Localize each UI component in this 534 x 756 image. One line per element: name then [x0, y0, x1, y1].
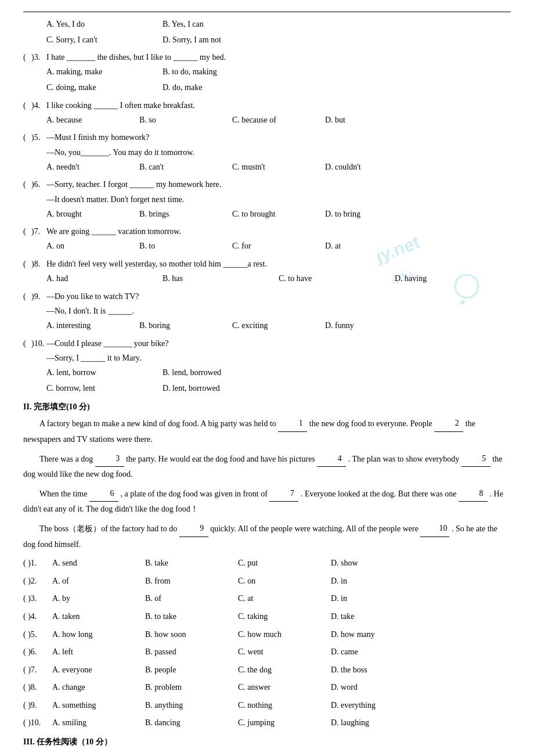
cloze-num: ( )3.	[23, 591, 52, 607]
section3-title: III. 任务性阅读（10 分）	[23, 737, 511, 747]
q4-block: ( )4. I like cooking ______ I often make…	[23, 98, 511, 128]
cloze-q-block: ( )10.A. smilingB. dancingC. jumpingD. l…	[23, 715, 511, 731]
q8-num: )8.	[31, 257, 46, 271]
cloze-option: B. from	[145, 574, 238, 589]
q3-option-a: A. making, make	[46, 64, 163, 80]
q6-text: —Sorry, teacher. I forgot ______ my home…	[46, 177, 221, 192]
q6-num: )6.	[31, 177, 46, 192]
passage4: The boss（老板）of the factory had to do 9 q…	[23, 521, 511, 552]
q7-block: ( )7. We are going ______ vacation tomor…	[23, 224, 511, 254]
passage1-text1: A factory began to make a new kind of do…	[39, 419, 276, 428]
option-b1: B. Yes, I can	[163, 17, 279, 33]
q10-option-b: B. lend, borrowed	[163, 365, 279, 381]
q9-text: —Do you like to watch TV?	[46, 289, 139, 304]
q8-option-a: A. had	[46, 271, 163, 287]
blank10: 10	[420, 521, 449, 537]
passage1: A factory began to make a new kind of do…	[23, 416, 511, 447]
blank4: 4	[317, 451, 346, 467]
q7-num: )7.	[31, 224, 46, 239]
cloze-q-block: ( )5.A. how longB. how soonC. how muchD.…	[23, 627, 511, 643]
q9-option-c: C. exciting	[232, 318, 325, 334]
cloze-num: ( )9.	[23, 698, 52, 714]
cloze-option: C. taking	[238, 609, 331, 625]
q8-option-d: D. having	[395, 271, 511, 287]
cloze-option: A. something	[52, 698, 145, 714]
q4-option-a: A. because	[46, 113, 139, 128]
cloze-q-block: ( )9.A. somethingB. anythingC. nothingD.…	[23, 698, 511, 714]
passage3-text1c: . Everyone looked at the dog. But there …	[301, 489, 457, 498]
passage3-text1b: , a plate of the dog food was given in f…	[120, 489, 268, 498]
q5-sub: —No, you_______. You may do it tomorrow.	[46, 145, 511, 160]
q5-option-d: D. couldn't	[325, 160, 418, 175]
cloze-q-block: ( )7.A. everyoneB. peopleC. the dogD. th…	[23, 663, 511, 678]
cloze-option: D. word	[331, 680, 424, 696]
q3-option-b: B. to do, making	[163, 64, 279, 80]
cloze-num: ( )1.	[23, 556, 52, 571]
q6-option-a: A. brought	[46, 207, 139, 222]
q10-text: —Could I please _______ your bike?	[46, 336, 168, 351]
cloze-option: B. of	[145, 591, 238, 607]
cloze-options: ( )1.A. sendB. takeC. putD. show( )2.A. …	[23, 556, 511, 731]
passage2-text1: There was a dog	[39, 455, 93, 463]
cloze-num: ( )6.	[23, 645, 52, 660]
cloze-option: C. on	[238, 574, 331, 589]
q6-option-b: B. brings	[139, 207, 232, 222]
section2-title: II. 完形填空(10 分)	[23, 402, 511, 412]
q7-paren: (	[23, 224, 31, 239]
q3-num: )3.	[31, 50, 46, 64]
cloze-option: A. of	[52, 574, 145, 589]
top-divider	[23, 12, 511, 12]
q3-option-c: C. doing, make	[46, 80, 163, 96]
passage4-text1: The boss（老板）of the factory had to do	[39, 524, 177, 533]
q10-num: )10.	[31, 336, 46, 351]
q3-option-d: D. do, make	[163, 80, 279, 96]
cloze-num: ( )10.	[23, 715, 52, 731]
blank8: 8	[459, 486, 488, 502]
q10-option-c: C. borrow, lent	[46, 381, 163, 397]
q10-block: ( )10. —Could I please _______ your bike…	[23, 336, 511, 397]
q9-option-d: D. funny	[325, 318, 418, 334]
cloze-option: A. by	[52, 591, 145, 607]
q4-option-c: C. because of	[232, 113, 325, 128]
passage4-text1b: quickly. All of the people were watching…	[210, 524, 418, 533]
cloze-option: A. smiling	[52, 715, 145, 731]
q8-text: He didn't feel very well yesterday, so m…	[46, 257, 267, 271]
q6-option-c: C. to brought	[232, 207, 325, 222]
q5-text: —Must I finish my homework?	[46, 130, 149, 145]
q3-paren: (	[23, 50, 31, 64]
q7-text: We are going ______ vacation tomorrow.	[46, 224, 181, 239]
passage2: There was a dog 3 the party. He would ea…	[23, 451, 511, 483]
q5-option-b: B. can't	[139, 160, 232, 175]
cloze-option: C. nothing	[238, 698, 331, 714]
cloze-option: C. put	[238, 556, 331, 571]
cloze-option: C. answer	[238, 680, 331, 696]
q9-num: )9.	[31, 289, 46, 304]
cloze-option: C. at	[238, 591, 331, 607]
cloze-option: D. show	[331, 556, 424, 571]
cloze-q-block: ( )2.A. ofB. fromC. onD. in	[23, 574, 511, 589]
q1-options-block: A. Yes, I do B. Yes, I can C. Sorry, I c…	[23, 17, 511, 48]
q10-sub: —Sorry, I ______ it to Mary.	[46, 351, 511, 365]
cloze-option: C. the dog	[238, 663, 331, 678]
q5-paren: (	[23, 130, 31, 145]
cloze-option: B. take	[145, 556, 238, 571]
passage1-text1b: the new dog food to everyone. People	[309, 419, 432, 428]
q8-paren: (	[23, 257, 31, 271]
cloze-option: A. how long	[52, 627, 145, 643]
option-d1: D. Sorry, I am not	[163, 33, 279, 48]
passage2-text1c: . The plan was to show everybody	[348, 455, 459, 463]
blank1: 1	[278, 416, 307, 432]
cloze-option: D. the boss	[331, 663, 424, 678]
cloze-q-block: ( )1.A. sendB. takeC. putD. show	[23, 556, 511, 571]
q7-option-c: C. for	[232, 239, 325, 254]
q8-block: ( )8. He didn't feel very well yesterday…	[23, 257, 511, 287]
q8-option-c: C. to have	[279, 271, 395, 287]
cloze-num: ( )5.	[23, 627, 52, 643]
cloze-option: D. how many	[331, 627, 424, 643]
cloze-option: D. came	[331, 645, 424, 660]
q9-paren: (	[23, 289, 31, 304]
q5-block: ( )5. —Must I finish my homework? —No, y…	[23, 130, 511, 175]
cloze-option: B. anything	[145, 698, 238, 714]
cloze-option: D. in	[331, 591, 424, 607]
cloze-option: C. went	[238, 645, 331, 660]
